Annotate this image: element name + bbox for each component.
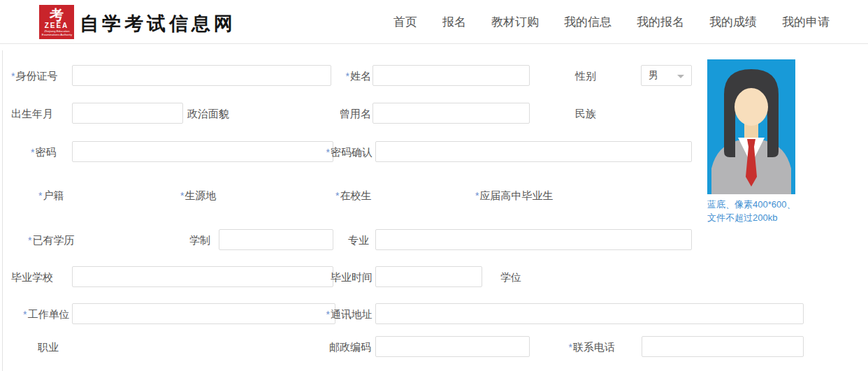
graduation-school-label: 毕业学校 bbox=[11, 271, 53, 284]
id-number-input[interactable] bbox=[72, 65, 331, 86]
employer-input[interactable] bbox=[72, 303, 335, 324]
ethnicity-label: 民族 bbox=[575, 108, 596, 121]
gender-label: 性别 bbox=[575, 70, 596, 83]
postal-code-input[interactable] bbox=[375, 336, 530, 357]
postal-code-label: 邮政编码 bbox=[301, 341, 371, 354]
household-registration-label: *户籍 bbox=[38, 189, 64, 203]
required-mark: * bbox=[38, 190, 42, 201]
required-mark: * bbox=[28, 235, 31, 246]
former-name-input[interactable] bbox=[372, 103, 530, 124]
contact-phone-label: *联系电话 bbox=[545, 341, 615, 354]
id-number-label: *身份证号 bbox=[11, 70, 57, 83]
occupation-label: 职业 bbox=[38, 341, 59, 354]
required-mark: * bbox=[11, 71, 15, 82]
birth-date-input[interactable] bbox=[72, 103, 183, 124]
required-mark: * bbox=[326, 309, 330, 320]
required-mark: * bbox=[569, 342, 572, 353]
main-nav: 首页 报名 教材订购 我的信息 我的报名 我的成绩 我的申请 bbox=[393, 0, 830, 43]
logo-brand-text: ZEEA bbox=[45, 22, 69, 29]
birth-date-label: 出生年月 bbox=[11, 108, 53, 121]
nav-my-info[interactable]: 我的信息 bbox=[564, 14, 612, 30]
header: 考 ZEEA Zhejiang Education Examinations A… bbox=[0, 0, 868, 44]
required-mark: * bbox=[326, 147, 330, 158]
required-mark: * bbox=[475, 190, 479, 201]
graduation-time-label: 毕业时间 bbox=[301, 271, 372, 284]
required-mark: * bbox=[346, 71, 349, 82]
required-mark: * bbox=[23, 309, 27, 320]
name-label: *姓名 bbox=[301, 70, 371, 83]
mailing-address-input[interactable] bbox=[375, 303, 804, 324]
contact-phone-input[interactable] bbox=[642, 336, 804, 357]
required-mark: * bbox=[335, 190, 339, 201]
password-label: *密码 bbox=[31, 146, 56, 159]
password-confirm-input[interactable] bbox=[375, 141, 692, 162]
content-left-border bbox=[2, 50, 3, 371]
mailing-address-label: *通讯地址 bbox=[301, 308, 372, 321]
password-input[interactable] bbox=[72, 141, 333, 162]
photo-hint-line1: 蓝底、像素400*600、 bbox=[707, 198, 805, 211]
gender-select[interactable]: 男 bbox=[641, 65, 692, 86]
schooling-length-label: 学制 bbox=[154, 234, 210, 247]
password-confirm-label: *密码确认 bbox=[301, 146, 372, 159]
required-mark: * bbox=[31, 147, 34, 158]
nav-my-scores[interactable]: 我的成绩 bbox=[709, 14, 757, 30]
graduation-time-input[interactable] bbox=[375, 266, 482, 287]
photo-hint-line2: 文件不超过200kb bbox=[707, 211, 805, 224]
major-label: 专业 bbox=[301, 234, 369, 247]
employer-label: *工作单位 bbox=[23, 308, 69, 321]
political-status-label: 政治面貌 bbox=[187, 108, 229, 121]
former-name-label: 曾用名 bbox=[301, 108, 371, 121]
nav-my-application[interactable]: 我的申请 bbox=[782, 14, 830, 30]
avatar-image bbox=[707, 59, 795, 194]
nav-register[interactable]: 报名 bbox=[442, 14, 466, 30]
logo-glyph-icon: 考 bbox=[50, 8, 64, 22]
chevron-down-icon bbox=[677, 75, 684, 78]
graduation-school-input[interactable] bbox=[72, 266, 333, 287]
site-title: 自学考试信息网 bbox=[80, 11, 236, 36]
nav-home[interactable]: 首页 bbox=[393, 14, 417, 30]
major-input[interactable] bbox=[375, 229, 692, 250]
zeea-logo: 考 ZEEA Zhejiang Education Examinations A… bbox=[39, 5, 74, 39]
nav-my-registration[interactable]: 我的报名 bbox=[637, 14, 684, 30]
degree-label: 学位 bbox=[500, 271, 521, 284]
student-origin-label: *生源地 bbox=[180, 189, 216, 203]
gender-selected-value: 男 bbox=[649, 69, 658, 82]
logo-subtext-2: Examinations Authority bbox=[41, 33, 71, 36]
current-student-label: *在校生 bbox=[335, 189, 371, 203]
name-input[interactable] bbox=[372, 65, 530, 86]
nav-textbook-order[interactable]: 教材订购 bbox=[491, 14, 539, 30]
photo-preview[interactable] bbox=[707, 59, 795, 194]
required-mark: * bbox=[180, 190, 184, 201]
existing-education-label: *已有学历 bbox=[28, 234, 74, 247]
fresh-hs-graduate-label: *应届高中毕业生 bbox=[475, 189, 553, 203]
page: 考 ZEEA Zhejiang Education Examinations A… bbox=[0, 0, 868, 371]
photo-requirements-hint: 蓝底、像素400*600、 文件不超过200kb bbox=[707, 198, 805, 224]
